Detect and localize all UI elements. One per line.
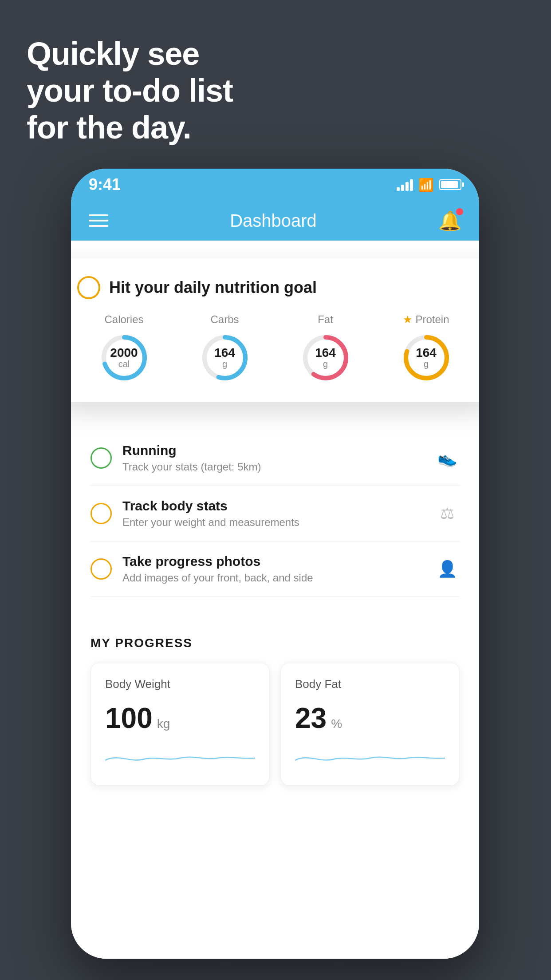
progress-value: 100 [105,702,153,735]
nutrition-check-circle[interactable] [77,276,100,299]
signal-icon [397,178,413,191]
notification-button[interactable]: 🔔 [438,210,461,232]
card-title: Hit your daily nutrition goal [109,278,317,297]
todo-circle [91,447,112,469]
hero-line3: for the day. [27,109,233,146]
progress-card-body-weight[interactable]: Body Weight 100 kg [91,663,270,786]
todo-title: Running [122,443,424,458]
todo-item[interactable]: Take progress photos Add images of your … [91,541,460,597]
hero-text: Quickly see your to-do list for the day. [27,36,233,146]
progress-card-title: Body Fat [295,677,445,691]
status-time: 9:41 [89,175,121,194]
nutrition-card: Hit your daily nutrition goal Calories 2… [71,258,479,402]
nutrition-item-protein: ★ Protein 164 g [400,313,453,384]
nutrition-item-carbs: Carbs 164 g [198,313,252,384]
calories-donut: 2000 cal [98,331,151,384]
hamburger-button[interactable] [89,214,108,227]
calories-value: 2000 cal [110,347,138,369]
progress-unit: % [331,717,342,731]
todo-icon-shoe: 👟 [435,446,460,470]
progress-card-body-fat[interactable]: Body Fat 23 % [280,663,460,786]
progress-card-title: Body Weight [105,677,255,691]
nutrition-item-fat: Fat 164 g [299,313,352,384]
todo-text: Track body stats Enter your weight and m… [122,498,424,529]
todo-title: Track body stats [122,498,424,514]
battery-icon [439,179,461,190]
fat-value: 164 g [315,347,336,369]
protein-donut: 164 g [400,331,453,384]
progress-value: 23 [295,702,327,735]
protein-value: 164 g [416,347,437,369]
wifi-icon: 📶 [418,178,434,192]
mini-chart [295,747,445,769]
todo-circle [91,558,112,580]
nav-bar: Dashboard 🔔 [71,201,479,241]
progress-cards: Body Weight 100 kg Body Fat 23 % [91,663,460,786]
hero-line1: Quickly see [27,36,233,72]
card-title-row: Hit your daily nutrition goal [77,276,473,299]
fat-label: Fat [318,313,333,326]
status-bar: 9:41 📶 [71,169,479,201]
carbs-value: 164 g [214,347,235,369]
todo-subtitle: Enter your weight and measurements [122,516,424,529]
todo-text: Running Track your stats (target: 5km) [122,443,424,473]
fat-donut: 164 g [299,331,352,384]
todo-circle [91,503,112,524]
todo-list: Running Track your stats (target: 5km) 👟… [71,431,479,597]
todo-icon-scale: ⚖ [435,501,460,526]
nutrition-grid: Calories 2000 cal Carbs 164 g Fat [77,313,473,384]
phone-frame: 9:41 📶 Dashboard 🔔 THINGS TO DO TODAY [71,169,479,959]
todo-subtitle: Add images of your front, back, and side [122,572,424,584]
status-icons: 📶 [397,178,461,192]
nav-title: Dashboard [230,211,317,231]
progress-heading: MY PROGRESS [91,636,460,650]
progress-unit: kg [157,717,170,731]
protein-label: ★ Protein [403,313,449,326]
star-icon: ★ [403,313,413,326]
todo-subtitle: Track your stats (target: 5km) [122,461,424,473]
nutrition-item-calories: Calories 2000 cal [98,313,151,384]
carbs-donut: 164 g [198,331,252,384]
todo-item[interactable]: Track body stats Enter your weight and m… [91,486,460,541]
calories-label: Calories [104,313,143,326]
todo-text: Take progress photos Add images of your … [122,554,424,584]
todo-item[interactable]: Running Track your stats (target: 5km) 👟 [91,431,460,486]
hero-line2: your to-do list [27,72,233,109]
notification-dot [456,208,463,215]
mini-chart [105,747,255,769]
carbs-label: Carbs [210,313,239,326]
progress-value-row: 100 kg [105,702,255,735]
todo-title: Take progress photos [122,554,424,569]
phone-content: THINGS TO DO TODAY Hit your daily nutrit… [71,241,479,959]
progress-section: MY PROGRESS Body Weight 100 kg Body Fat … [71,615,479,786]
todo-icon-person: 👤 [435,557,460,581]
progress-value-row: 23 % [295,702,445,735]
